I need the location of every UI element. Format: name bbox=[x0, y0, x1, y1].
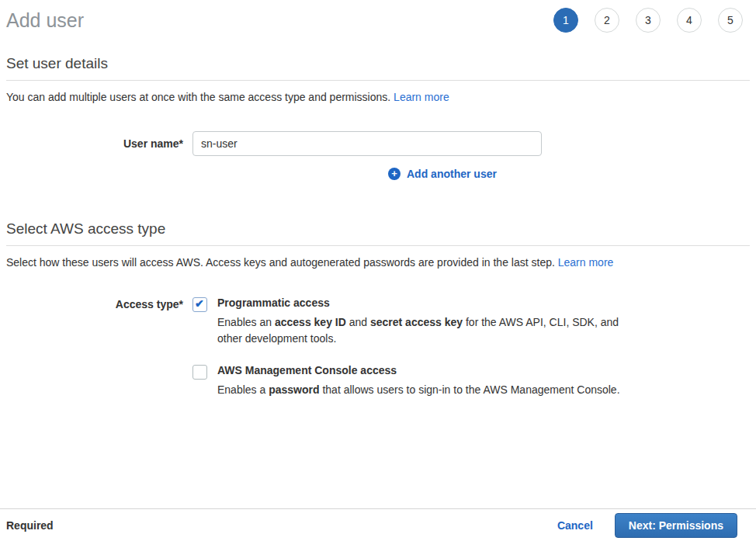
access-type-options: Programmatic access Enables an access ke… bbox=[192, 297, 627, 398]
description-text: You can add multiple users at once with … bbox=[6, 91, 394, 103]
description-text: Select how these users will access AWS. … bbox=[6, 256, 558, 269]
add-another-user-label[interactable]: Add another user bbox=[407, 168, 497, 180]
desc-text: Enables a bbox=[217, 383, 269, 396]
step-3-indicator: 3 bbox=[636, 8, 661, 33]
cancel-button[interactable]: Cancel bbox=[557, 519, 593, 532]
console-access-option: AWS Management Console access Enables a … bbox=[192, 364, 627, 398]
programmatic-access-title: Programmatic access bbox=[217, 297, 627, 309]
programmatic-access-option: Programmatic access Enables an access ke… bbox=[192, 297, 627, 347]
learn-more-link-access-type[interactable]: Learn more bbox=[558, 256, 614, 269]
step-2-indicator: 2 bbox=[595, 8, 619, 33]
console-access-checkbox[interactable] bbox=[192, 365, 207, 380]
desc-bold: access key ID bbox=[275, 316, 346, 328]
wizard-step-indicator: 1 2 3 4 5 bbox=[553, 8, 743, 33]
set-user-details-heading: Set user details bbox=[6, 55, 750, 81]
console-access-description: Enables a password that allows users to … bbox=[217, 382, 620, 398]
desc-text: and bbox=[346, 316, 370, 328]
next-permissions-button[interactable]: Next: Permissions bbox=[615, 513, 737, 538]
add-another-user-button[interactable]: + Add another user bbox=[388, 168, 542, 180]
user-name-row: User name* + Add another user bbox=[6, 131, 750, 180]
step-1-indicator: 1 bbox=[553, 8, 578, 33]
step-5-indicator: 5 bbox=[718, 8, 743, 33]
desc-bold: secret access key bbox=[370, 316, 463, 328]
footer-actions: Cancel Next: Permissions bbox=[557, 513, 737, 538]
desc-text: that allows users to sign-in to the AWS … bbox=[320, 383, 620, 396]
programmatic-access-description: Enables an access key ID and secret acce… bbox=[217, 314, 627, 347]
required-label: Required bbox=[6, 519, 54, 532]
step-4-indicator: 4 bbox=[677, 8, 702, 33]
desc-bold: password bbox=[269, 383, 319, 396]
console-access-texts: AWS Management Console access Enables a … bbox=[217, 364, 620, 398]
main-content: Set user details You can add multiple us… bbox=[0, 55, 756, 398]
set-user-details-description: You can add multiple users at once with … bbox=[6, 91, 750, 103]
select-access-type-section: Select AWS access type Select how these … bbox=[6, 220, 750, 398]
set-user-details-section: Set user details You can add multiple us… bbox=[6, 55, 750, 180]
user-name-input[interactable] bbox=[192, 131, 542, 156]
select-access-type-heading: Select AWS access type bbox=[6, 220, 750, 246]
access-type-row: Access type* Programmatic access Enables… bbox=[6, 297, 750, 398]
access-type-label: Access type* bbox=[6, 297, 192, 310]
user-name-field-wrap: + Add another user bbox=[192, 131, 542, 180]
console-access-title: AWS Management Console access bbox=[217, 364, 620, 376]
page-title: Add user bbox=[6, 9, 84, 32]
programmatic-access-checkbox[interactable] bbox=[192, 297, 207, 312]
page-header: Add user 1 2 3 4 5 bbox=[0, 0, 756, 33]
plus-circle-icon: + bbox=[388, 168, 401, 180]
desc-text: Enables an bbox=[217, 316, 275, 328]
wizard-footer: Required Cancel Next: Permissions bbox=[0, 508, 756, 541]
user-name-label: User name* bbox=[6, 131, 192, 150]
select-access-type-description: Select how these users will access AWS. … bbox=[6, 256, 750, 269]
programmatic-access-texts: Programmatic access Enables an access ke… bbox=[217, 297, 627, 347]
learn-more-link-user-details[interactable]: Learn more bbox=[394, 91, 449, 103]
